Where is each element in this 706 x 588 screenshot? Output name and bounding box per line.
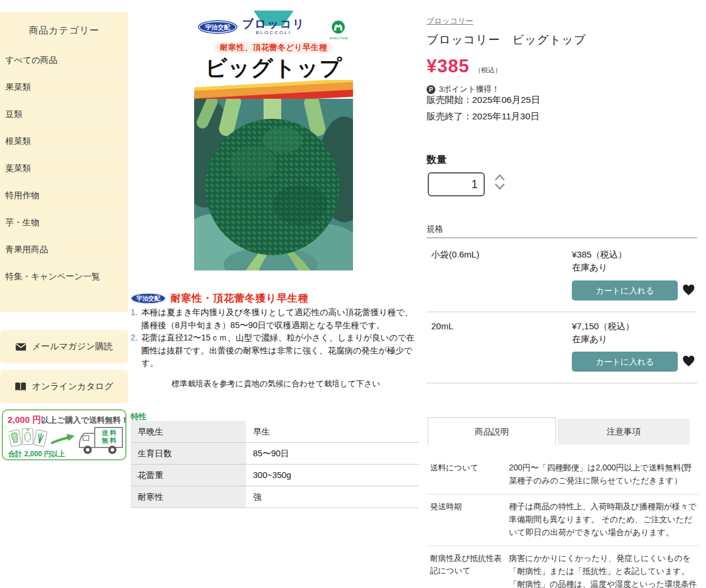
price: ¥385 <box>427 56 469 76</box>
spec-stock: 在庫あり <box>572 262 608 273</box>
spec-price: ¥7,150（税込） <box>572 321 634 332</box>
mail-magazine-label: メールマガジン購読 <box>32 341 112 352</box>
packet-stripes <box>194 80 353 101</box>
sidebar-item-beans[interactable]: 豆類 <box>0 101 128 128</box>
sale-start-date: 販売開始：2025年06月25日 <box>427 94 540 106</box>
mail-icon <box>15 343 26 351</box>
free-shipping-amount: 2,000 円 <box>8 415 41 425</box>
shipping-info-table: 送料について 200円〜「四種郵便」は2,000円以上で送料無料(野菜種子のみの… <box>427 456 698 588</box>
description-header: 宇治交配 耐寒性・頂花蕾冬獲り早生種 <box>131 291 308 305</box>
points-text: 3ポイント獲得！ <box>439 84 499 95</box>
online-catalog-button[interactable]: オンラインカタログ <box>0 370 128 403</box>
free-shipping-rest: 以上ご購入で送料無料！ <box>41 416 129 425</box>
sidebar-item-special-crops[interactable]: 特用作物 <box>0 182 128 209</box>
spec-name: 20mL <box>431 321 454 331</box>
category-list: すべての商品 果菜類 豆類 根菜類 葉菜類 特用作物 芋・生物 青果用商品 特集… <box>0 46 128 290</box>
trait-row: 早晩生 早生 <box>131 421 419 443</box>
brand-badge: 宇治交配 <box>131 293 166 304</box>
tax-note: （税込） <box>474 66 501 74</box>
tab-product-description[interactable]: 商品説明 <box>428 417 556 445</box>
sidebar-item-potatoes[interactable]: 芋・生物 <box>0 209 128 236</box>
product-image[interactable]: ブロッコリ BLOCCOLI 宇治交配 MARUTANE 耐寒性、頂花蕾冬どり早… <box>194 11 353 270</box>
book-icon <box>15 382 26 392</box>
breadcrumb[interactable]: ブロッコリー <box>427 16 474 26</box>
description-points: 1. 本種は夏まき年内獲り及び冬獲りとして適応性の高い頂花蕾獲り種で、播種後（8… <box>131 306 421 370</box>
trait-row: 生育日数 85〜90日 <box>131 443 419 465</box>
point-icon: P <box>427 85 435 94</box>
favorite-heart-icon[interactable] <box>682 284 695 296</box>
favorite-heart-icon[interactable] <box>682 355 695 367</box>
free-shipping-headline: 2,000 円以上ご購入で送料無料！ <box>8 415 129 426</box>
quantity-label: 数量 <box>427 153 447 166</box>
points-row: P 3ポイント獲得！ <box>427 84 499 95</box>
specs-divider <box>427 238 697 238</box>
sidebar-item-leaf-vegetables[interactable]: 葉菜類 <box>0 155 128 182</box>
cultivation-note: 標準栽培表を参考に貴地の気候に合わせて栽培して下さい <box>131 379 421 389</box>
sale-end-date: 販売終了：2025年11月30日 <box>427 111 540 123</box>
sidebar-item-fruit-vegetables[interactable]: 果菜類 <box>0 74 128 101</box>
sidebar-item-root-vegetables[interactable]: 根菜類 <box>0 128 128 155</box>
trait-row: 花蕾重 300~350g <box>131 465 419 486</box>
free-shipping-banner: 2,000 円以上ご購入で送料無料！ 送料 無料 合計 2,000 円以上 <box>2 409 126 460</box>
stepper-down-icon[interactable] <box>494 183 505 191</box>
delivery-truck: 送料 無料 <box>77 426 124 457</box>
info-row: 送料について 200円〜「四種郵便」は2,000円以上で送料無料(野菜種子のみの… <box>427 456 698 495</box>
specs-title: 規格 <box>427 224 443 235</box>
traits-table: 早晩生 早生 生育日数 85〜90日 花蕾重 300~350g 耐寒性 強 <box>131 421 419 508</box>
page-title: ブロッコリー ビッグトップ <box>427 32 587 48</box>
quantity-input[interactable] <box>428 172 485 196</box>
quantity-stepper <box>494 173 505 191</box>
maker-logo-icon <box>331 20 345 34</box>
sidebar-title: 商品カテゴリー <box>0 12 128 37</box>
sidebar-item-campaigns[interactable]: 特集・キャンペーン一覧 <box>0 263 128 290</box>
spec-stock: 在庫あり <box>572 334 608 345</box>
spec-row-divider <box>427 312 697 312</box>
sidebar-item-fresh-produce[interactable]: 青果用商品 <box>0 236 128 263</box>
stepper-up-icon[interactable] <box>494 173 505 181</box>
broccoli-photo <box>194 99 353 270</box>
tab-notes[interactable]: 注意事項 <box>558 419 690 445</box>
add-to-cart-button[interactable]: カートに入れる <box>572 352 678 372</box>
add-to-cart-button[interactable]: カートに入れる <box>572 280 678 300</box>
truck-free-shipping-label: 送料 無料 <box>98 429 122 445</box>
packet-maker-logo: MARUTANE <box>329 20 347 40</box>
packet-brand-badge: 宇治交配 <box>199 21 237 33</box>
trait-row: 耐寒性 強 <box>131 486 419 508</box>
description-heading: 耐寒性・頂花蕾冬獲り早生種 <box>171 291 308 305</box>
description-point: 2. 花蕾は直径12〜15ｃｍ、山型で濃緑、粒が小さく、しまりが良いので在圃性は… <box>131 332 421 370</box>
sidebar-item-all-products[interactable]: すべての商品 <box>0 46 128 74</box>
info-row: 耐病性及び抵抗性表記について 病害にかかりにくかったり、発症しにくいものを「耐病… <box>427 546 698 588</box>
banner-total-note: 合計 2,000 円以上 <box>8 449 65 459</box>
price-row: ¥385 （税込） <box>427 56 501 77</box>
spec-name: 小袋(0.6mL) <box>431 249 479 260</box>
online-catalog-label: オンラインカタログ <box>32 381 113 392</box>
description-point: 1. 本種は夏まき年内獲り及び冬獲りとして適応性の高い頂花蕾獲り種で、播種後（8… <box>131 306 421 332</box>
spec-price: ¥385（税込） <box>572 249 627 260</box>
spec-row-divider <box>427 383 697 383</box>
green-arrow-icon <box>50 433 75 446</box>
packet-variety-name: ビッグトップ <box>194 54 353 83</box>
info-row: 発送時期 種子は商品の特性上、入荷時期及び播種期が様々で準備期間も異なります。 … <box>427 495 698 546</box>
packet-trait-band: 耐寒性、頂花蕾冬どり早生種 <box>194 42 353 54</box>
mail-magazine-button[interactable]: メールマガジン購読 <box>0 330 128 363</box>
category-sidebar: 商品カテゴリー すべての商品 果菜類 豆類 根菜類 葉菜類 特用作物 芋・生物 … <box>0 12 128 312</box>
